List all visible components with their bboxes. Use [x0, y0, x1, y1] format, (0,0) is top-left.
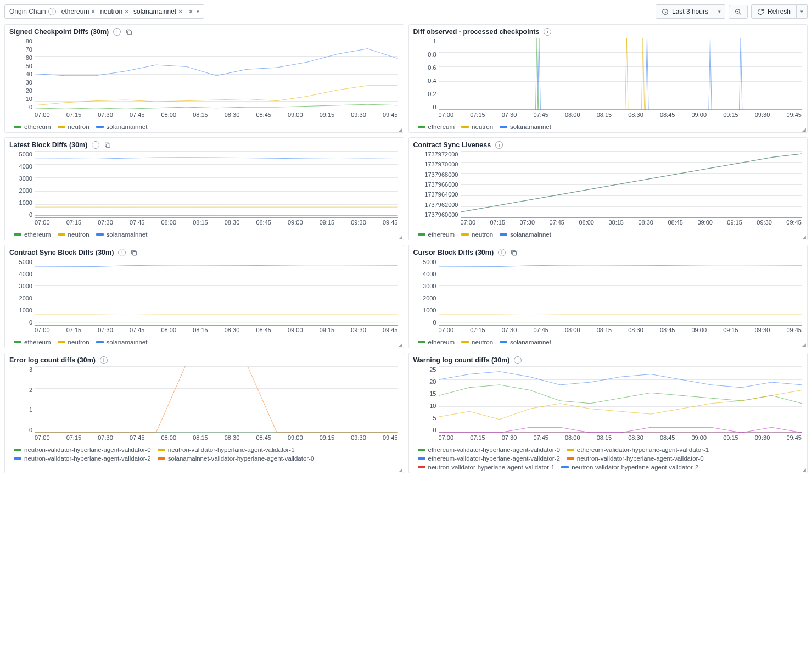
copy-icon[interactable] — [510, 249, 518, 256]
y-tick: 2 — [9, 387, 32, 393]
copy-icon[interactable] — [104, 142, 111, 149]
info-icon[interactable]: i — [498, 249, 506, 256]
legend-item[interactable]: solanamainnet — [96, 231, 148, 238]
chart-area[interactable]: 0510152025 07:0007:1507:3007:4508:0008:1… — [413, 366, 803, 443]
chart-panel[interactable]: Contract Sync Block Diffs (30m) i 010002… — [4, 245, 404, 348]
chart-panel[interactable]: Contract Sync Liveness i 173796000017379… — [408, 137, 808, 240]
legend-label: neutron — [472, 124, 493, 130]
x-tick: 07:15 — [66, 111, 82, 120]
legend-item[interactable]: ethereum-validator-hyperlane-agent-valid… — [418, 455, 560, 462]
time-range-dropdown[interactable]: ▾ — [714, 4, 725, 19]
x-tick: 07:00 — [461, 219, 476, 228]
copy-icon[interactable] — [125, 29, 133, 36]
x-tick: 07:00 — [439, 434, 454, 443]
filter-label: Origin Chain i — [9, 8, 56, 15]
plot-area[interactable] — [35, 259, 398, 326]
legend-item[interactable]: neutron-validator-hyperlane-agent-valida… — [561, 464, 698, 471]
chart-panel[interactable]: Latest Block Diffs (30m) i 0100020003000… — [4, 137, 404, 240]
resize-handle-icon[interactable]: ◢ — [399, 343, 403, 347]
resize-handle-icon[interactable]: ◢ — [802, 235, 807, 239]
remove-chip-icon[interactable]: ✕ — [178, 8, 183, 15]
clock-icon — [662, 8, 669, 15]
svg-rect-6 — [107, 144, 110, 148]
filter-chip[interactable]: neutron ✕ — [98, 7, 131, 16]
chart-area[interactable]: 0123 07:0007:1507:3007:4508:0008:1508:30… — [9, 366, 399, 443]
legend-item[interactable]: ethereum — [418, 124, 455, 130]
legend-item[interactable]: neutron — [58, 124, 89, 130]
filter-chip[interactable]: ethereum ✕ — [59, 7, 98, 16]
resize-handle-icon[interactable]: ◢ — [802, 127, 807, 132]
legend-item[interactable]: neutron — [58, 339, 89, 345]
legend-item[interactable]: neutron — [461, 124, 493, 130]
zoom-out-button[interactable] — [729, 5, 748, 19]
legend-item[interactable]: ethereum — [418, 339, 455, 345]
plot-area[interactable] — [439, 38, 802, 110]
chart-area[interactable]: 00.20.40.60.81 07:0007:1507:3007:4508:00… — [413, 38, 803, 120]
info-icon[interactable]: i — [113, 28, 121, 36]
chart-panel[interactable]: Warning log count diffs (30m) i 05101520… — [408, 353, 808, 473]
legend-item[interactable]: neutron-validator-hyperlane-agent-valida… — [14, 455, 151, 462]
time-range-picker[interactable]: Last 3 hours ▾ — [656, 4, 725, 19]
refresh-group[interactable]: Refresh ▾ — [751, 4, 808, 19]
refresh-dropdown[interactable]: ▾ — [797, 4, 808, 19]
legend-item[interactable]: neutron-validator-hyperlane-agent-valida… — [14, 446, 151, 453]
copy-icon[interactable] — [130, 249, 138, 256]
resize-handle-icon[interactable]: ◢ — [399, 468, 403, 472]
info-icon[interactable]: i — [100, 356, 108, 364]
plot-area[interactable] — [35, 366, 398, 433]
legend-item[interactable]: solanamainnet — [500, 124, 551, 130]
legend-item[interactable]: ethereum — [14, 339, 51, 345]
legend-item[interactable]: ethereum-validator-hyperlane-agent-valid… — [418, 446, 560, 453]
resize-handle-icon[interactable]: ◢ — [802, 468, 807, 472]
legend-item[interactable]: neutron-validator-hyperlane-agent-valida… — [567, 455, 704, 462]
legend-item[interactable]: solanamainnet — [96, 339, 148, 345]
resize-handle-icon[interactable]: ◢ — [802, 343, 807, 347]
clear-all-icon[interactable]: ✕ — [188, 8, 193, 15]
refresh-button[interactable]: Refresh — [751, 4, 797, 19]
y-tick: 0 — [9, 104, 32, 110]
legend-item[interactable]: neutron — [461, 339, 493, 345]
x-tick: 08:30 — [628, 327, 643, 335]
remove-chip-icon[interactable]: ✕ — [91, 8, 96, 15]
plot-area[interactable] — [35, 38, 398, 110]
legend-item[interactable]: neutron — [58, 231, 89, 238]
chart-area[interactable]: 010002000300040005000 07:0007:1507:3007:… — [413, 259, 803, 335]
chevron-down-icon[interactable]: ▾ — [197, 9, 199, 14]
chart-panel[interactable]: Signed Checkpoint Diffs (30m) i 01020304… — [4, 24, 404, 133]
plot-area[interactable] — [439, 259, 802, 326]
chip-label: ethereum — [61, 8, 89, 15]
chart-area[interactable]: 1737960000173796200017379640001737966000… — [413, 151, 803, 228]
filter-origin-chain[interactable]: Origin Chain i ethereum ✕neutron ✕solana… — [4, 4, 204, 19]
remove-chip-icon[interactable]: ✕ — [124, 8, 129, 15]
legend-item[interactable]: neutron-validator-hyperlane-agent-valida… — [158, 446, 295, 453]
plot-area[interactable] — [461, 151, 802, 218]
legend-item[interactable]: neutron-validator-hyperlane-agent-valida… — [418, 464, 555, 471]
legend-item[interactable]: solanamainnet — [500, 231, 551, 238]
filter-chip[interactable]: solanamainnet ✕ — [131, 7, 185, 16]
info-icon[interactable]: i — [495, 141, 503, 149]
legend-item[interactable]: ethereum-validator-hyperlane-agent-valid… — [567, 446, 709, 453]
resize-handle-icon[interactable]: ◢ — [399, 127, 403, 132]
legend-item[interactable]: solanamainnet — [96, 124, 148, 130]
resize-handle-icon[interactable]: ◢ — [399, 235, 403, 239]
chart-area[interactable]: 010002000300040005000 07:0007:1507:3007:… — [9, 259, 399, 335]
legend-item[interactable]: ethereum — [418, 231, 455, 238]
chart-area[interactable]: 01020304050607080 07:0007:1507:3007:4508… — [9, 38, 399, 120]
plot-area[interactable] — [439, 366, 802, 433]
info-icon[interactable]: i — [544, 28, 551, 36]
plot-area[interactable] — [35, 151, 398, 218]
chart-panel[interactable]: Error log count diffs (30m) i 0123 07:00… — [4, 353, 404, 473]
legend-item[interactable]: neutron — [461, 231, 493, 238]
info-icon[interactable]: i — [118, 249, 126, 256]
legend-item[interactable]: solanamainnet — [500, 339, 551, 345]
legend-item[interactable]: ethereum — [14, 231, 51, 238]
chart-area[interactable]: 010002000300040005000 07:0007:1507:3007:… — [9, 151, 399, 228]
legend-item[interactable]: solanamainnet-validator-hyperlane-agent-… — [158, 455, 315, 462]
legend-item[interactable]: ethereum — [14, 124, 51, 130]
info-icon[interactable]: i — [514, 356, 522, 364]
svg-rect-8 — [513, 251, 517, 255]
time-range-button[interactable]: Last 3 hours — [656, 4, 714, 19]
chart-panel[interactable]: Diff observed - processed checkpoints i … — [408, 24, 808, 133]
chart-panel[interactable]: Cursor Block Diffs (30m) i 0100020003000… — [408, 245, 808, 348]
info-icon[interactable]: i — [92, 141, 99, 149]
